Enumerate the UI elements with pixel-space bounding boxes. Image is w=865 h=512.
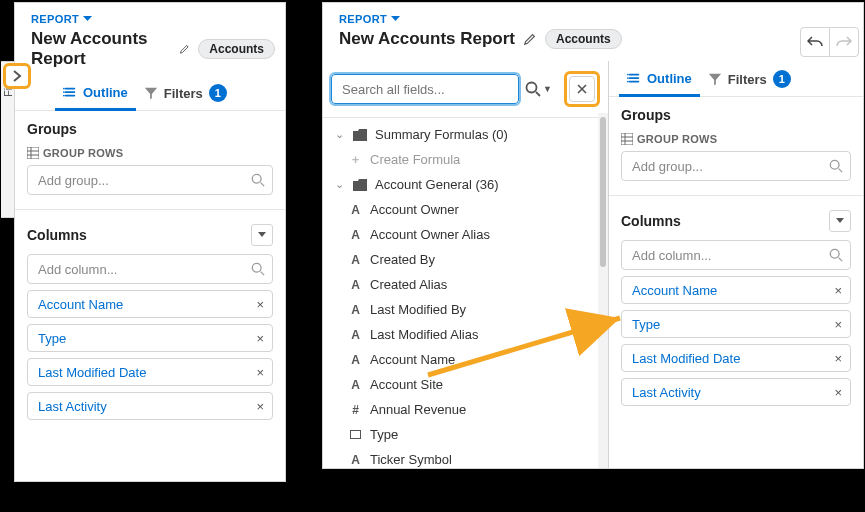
search-icon: [829, 248, 843, 262]
column-item[interactable]: Account Name×: [621, 276, 851, 304]
column-item[interactable]: Account Name×: [27, 290, 273, 318]
tab-filters-label: Filters: [728, 72, 767, 87]
undo-button[interactable]: [800, 27, 830, 57]
text-type-icon: A: [349, 203, 362, 217]
field-item[interactable]: #Annual Revenue: [329, 397, 602, 422]
remove-icon[interactable]: ×: [834, 351, 842, 366]
svg-point-5: [252, 263, 261, 272]
scrollbar-thumb[interactable]: [600, 117, 606, 267]
tree-folder-account-general[interactable]: ⌄ Account General (36): [329, 172, 602, 197]
field-item[interactable]: ATicker Symbol: [329, 447, 602, 472]
svg-point-10: [627, 81, 629, 83]
remove-icon[interactable]: ×: [256, 365, 264, 380]
text-type-icon: A: [349, 453, 362, 467]
entity-chip[interactable]: Accounts: [198, 39, 275, 59]
tab-outline[interactable]: Outline: [619, 61, 700, 97]
remove-icon[interactable]: ×: [834, 283, 842, 298]
table-icon: [621, 133, 633, 145]
tab-outline[interactable]: Outline: [55, 75, 136, 111]
report-label: REPORT: [31, 13, 79, 25]
remove-icon[interactable]: ×: [256, 399, 264, 414]
columns-title: Columns: [621, 213, 681, 229]
close-icon: [577, 84, 587, 94]
tree-folder-summary[interactable]: ⌄ Summary Formulas (0): [329, 122, 602, 147]
add-column-input[interactable]: [27, 254, 273, 284]
report-type-link[interactable]: REPORT: [339, 13, 400, 25]
expand-fields-toggle[interactable]: [3, 63, 31, 89]
field-label: Ticker Symbol: [370, 452, 452, 467]
column-item[interactable]: Type×: [27, 324, 273, 352]
field-item[interactable]: ALast Modified By: [329, 297, 602, 322]
field-item[interactable]: AAccount Name: [329, 347, 602, 372]
columns-menu-button[interactable]: [829, 210, 851, 232]
field-item[interactable]: ACreated Alias: [329, 272, 602, 297]
field-label: Account Name: [370, 352, 455, 367]
table-icon: [27, 147, 39, 159]
column-item[interactable]: Last Modified Date×: [621, 344, 851, 372]
tree-label: Create Formula: [370, 152, 460, 167]
remove-icon[interactable]: ×: [256, 331, 264, 346]
remove-icon[interactable]: ×: [834, 317, 842, 332]
text-type-icon: A: [349, 353, 362, 367]
svg-rect-7: [351, 430, 361, 438]
close-fields-pane-button[interactable]: [569, 76, 595, 102]
group-rows-label: GROUP ROWS: [621, 133, 717, 145]
filter-icon: [144, 86, 158, 100]
plus-icon: +: [349, 152, 362, 167]
groups-section: Groups GROUP ROWS: [609, 97, 863, 191]
column-item[interactable]: Type×: [621, 310, 851, 338]
text-type-icon: A: [349, 328, 362, 342]
folder-icon: [353, 129, 367, 141]
search-icon: [251, 173, 265, 187]
redo-icon: [836, 35, 852, 49]
field-item[interactable]: AAccount Site: [329, 372, 602, 397]
field-item[interactable]: AAccount Owner: [329, 197, 602, 222]
search-type-button[interactable]: ▼: [525, 81, 552, 97]
add-column-input[interactable]: [621, 240, 851, 270]
pencil-icon[interactable]: [179, 42, 190, 56]
remove-icon[interactable]: ×: [834, 385, 842, 400]
svg-point-8: [627, 74, 629, 76]
report-type-link[interactable]: REPORT: [31, 13, 92, 25]
groups-title: Groups: [621, 107, 671, 123]
add-column-input-wrap: [27, 254, 273, 284]
columns-menu-button[interactable]: [251, 224, 273, 246]
redo-button[interactable]: [829, 27, 859, 57]
add-group-input[interactable]: [27, 165, 273, 195]
tabs-row: Outline Filters 1: [609, 61, 863, 97]
svg-rect-3: [27, 147, 39, 159]
report-label: REPORT: [339, 13, 387, 25]
group-rows-label: GROUP ROWS: [27, 147, 123, 159]
tree-label: Account General (36): [375, 177, 499, 192]
svg-point-6: [527, 83, 537, 93]
remove-icon[interactable]: ×: [256, 297, 264, 312]
entity-chip[interactable]: Accounts: [545, 29, 622, 49]
column-item[interactable]: Last Activity×: [27, 392, 273, 420]
field-label: Last Modified Alias: [370, 327, 478, 342]
chevron-down-icon: [391, 16, 400, 22]
svg-rect-11: [621, 133, 633, 145]
pencil-icon[interactable]: [523, 32, 537, 46]
field-item[interactable]: AAccount Owner Alias: [329, 222, 602, 247]
create-formula-item[interactable]: + Create Formula: [329, 147, 602, 172]
undo-redo-group: [801, 27, 859, 57]
field-label: Account Owner Alias: [370, 227, 490, 242]
header: REPORT New Accounts Report Accounts: [323, 3, 863, 55]
tab-filters[interactable]: Filters 1: [136, 75, 235, 110]
columns-section: Columns Account Name× Type× Last Modifie…: [609, 200, 863, 416]
column-item[interactable]: Last Activity×: [621, 378, 851, 406]
field-label: Created Alias: [370, 277, 447, 292]
fields-tree: ⌄ Summary Formulas (0) + Create Formula …: [323, 118, 608, 473]
field-item[interactable]: Type: [329, 422, 602, 447]
collapse-icon: ⌄: [335, 128, 345, 141]
tab-outline-label: Outline: [83, 85, 128, 100]
add-group-input[interactable]: [621, 151, 851, 181]
tab-filters[interactable]: Filters 1: [700, 61, 799, 96]
chevron-down-icon: [258, 232, 266, 238]
field-item[interactable]: ACreated By: [329, 247, 602, 272]
field-item[interactable]: ALast Modified Alias: [329, 322, 602, 347]
tree-label: Summary Formulas (0): [375, 127, 508, 142]
search-fields-input[interactable]: [331, 74, 519, 104]
text-type-icon: A: [349, 228, 362, 242]
column-item[interactable]: Last Modified Date×: [27, 358, 273, 386]
